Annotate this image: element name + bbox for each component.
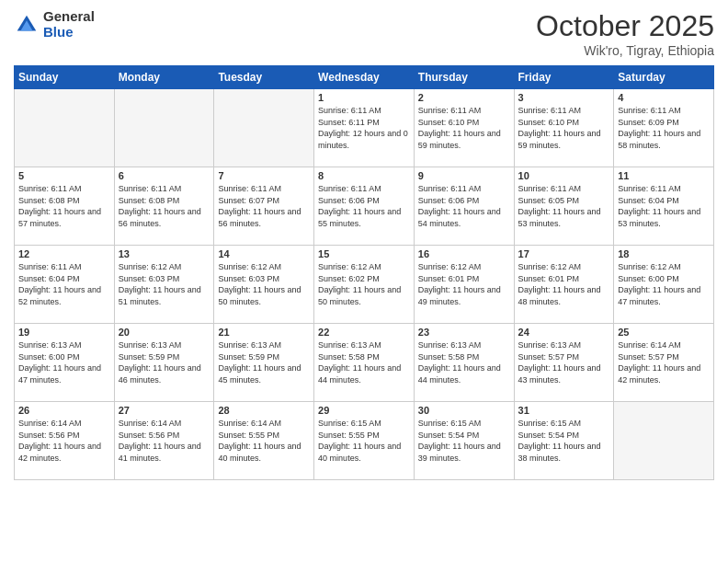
calendar-cell: 12Sunrise: 6:11 AM Sunset: 6:04 PM Dayli… bbox=[15, 246, 115, 324]
day-info: Sunrise: 6:11 AM Sunset: 6:06 PM Dayligh… bbox=[318, 183, 410, 229]
day-info: Sunrise: 6:11 AM Sunset: 6:04 PM Dayligh… bbox=[18, 261, 110, 307]
week-row-3: 19Sunrise: 6:13 AM Sunset: 6:00 PM Dayli… bbox=[15, 324, 714, 402]
calendar-cell: 23Sunrise: 6:13 AM Sunset: 5:58 PM Dayli… bbox=[414, 324, 514, 402]
calendar-cell bbox=[614, 402, 714, 480]
day-number: 15 bbox=[318, 248, 410, 259]
weekday-header-monday: Monday bbox=[114, 66, 214, 89]
day-info: Sunrise: 6:11 AM Sunset: 6:10 PM Dayligh… bbox=[518, 105, 610, 151]
logo: General Blue bbox=[14, 9, 95, 40]
week-row-0: 1Sunrise: 6:11 AM Sunset: 6:11 PM Daylig… bbox=[15, 89, 714, 167]
day-number: 12 bbox=[18, 248, 110, 259]
day-info: Sunrise: 6:15 AM Sunset: 5:55 PM Dayligh… bbox=[318, 418, 410, 464]
weekday-header-saturday: Saturday bbox=[614, 66, 714, 89]
calendar-cell: 27Sunrise: 6:14 AM Sunset: 5:56 PM Dayli… bbox=[114, 402, 214, 480]
calendar-cell: 21Sunrise: 6:13 AM Sunset: 5:59 PM Dayli… bbox=[214, 324, 314, 402]
logo-blue: Blue bbox=[43, 25, 95, 40]
calendar-cell: 1Sunrise: 6:11 AM Sunset: 6:11 PM Daylig… bbox=[314, 89, 415, 167]
calendar-cell: 31Sunrise: 6:15 AM Sunset: 5:54 PM Dayli… bbox=[514, 402, 614, 480]
calendar-cell: 20Sunrise: 6:13 AM Sunset: 5:59 PM Dayli… bbox=[114, 324, 214, 402]
day-number: 8 bbox=[318, 170, 410, 181]
day-info: Sunrise: 6:14 AM Sunset: 5:56 PM Dayligh… bbox=[119, 418, 210, 464]
day-number: 25 bbox=[618, 327, 710, 338]
day-number: 28 bbox=[218, 405, 310, 416]
day-info: Sunrise: 6:11 AM Sunset: 6:11 PM Dayligh… bbox=[318, 105, 410, 151]
day-number: 17 bbox=[518, 248, 610, 259]
calendar-cell bbox=[214, 89, 314, 167]
day-number: 16 bbox=[418, 248, 510, 259]
day-info: Sunrise: 6:11 AM Sunset: 6:10 PM Dayligh… bbox=[418, 105, 510, 151]
day-number: 6 bbox=[119, 170, 210, 181]
day-info: Sunrise: 6:13 AM Sunset: 5:58 PM Dayligh… bbox=[318, 339, 410, 385]
day-info: Sunrise: 6:11 AM Sunset: 6:07 PM Dayligh… bbox=[218, 183, 310, 229]
day-info: Sunrise: 6:12 AM Sunset: 6:03 PM Dayligh… bbox=[218, 261, 310, 307]
day-number: 11 bbox=[618, 170, 710, 181]
calendar-cell: 25Sunrise: 6:14 AM Sunset: 5:57 PM Dayli… bbox=[614, 324, 714, 402]
day-number: 19 bbox=[18, 327, 110, 338]
calendar-cell: 18Sunrise: 6:12 AM Sunset: 6:00 PM Dayli… bbox=[614, 246, 714, 324]
calendar-cell: 7Sunrise: 6:11 AM Sunset: 6:07 PM Daylig… bbox=[214, 167, 314, 246]
day-number: 2 bbox=[418, 92, 510, 103]
day-info: Sunrise: 6:11 AM Sunset: 6:06 PM Dayligh… bbox=[418, 183, 510, 229]
weekday-header-wednesday: Wednesday bbox=[314, 66, 415, 89]
day-number: 20 bbox=[119, 327, 210, 338]
day-info: Sunrise: 6:14 AM Sunset: 5:55 PM Dayligh… bbox=[218, 418, 310, 464]
day-info: Sunrise: 6:13 AM Sunset: 6:00 PM Dayligh… bbox=[18, 339, 110, 385]
day-number: 24 bbox=[518, 327, 610, 338]
calendar-cell: 14Sunrise: 6:12 AM Sunset: 6:03 PM Dayli… bbox=[214, 246, 314, 324]
day-number: 27 bbox=[119, 405, 210, 416]
day-number: 7 bbox=[218, 170, 310, 181]
day-info: Sunrise: 6:15 AM Sunset: 5:54 PM Dayligh… bbox=[418, 418, 510, 464]
calendar-cell: 13Sunrise: 6:12 AM Sunset: 6:03 PM Dayli… bbox=[114, 246, 214, 324]
day-number: 18 bbox=[618, 248, 710, 259]
day-info: Sunrise: 6:13 AM Sunset: 5:59 PM Dayligh… bbox=[119, 339, 210, 385]
day-number: 22 bbox=[318, 327, 410, 338]
day-info: Sunrise: 6:14 AM Sunset: 5:56 PM Dayligh… bbox=[18, 418, 110, 464]
calendar-cell: 19Sunrise: 6:13 AM Sunset: 6:00 PM Dayli… bbox=[15, 324, 115, 402]
title-block: October 2025 Wik'ro, Tigray, Ethiopia bbox=[536, 9, 714, 58]
calendar-cell: 6Sunrise: 6:11 AM Sunset: 6:08 PM Daylig… bbox=[114, 167, 214, 246]
day-number: 10 bbox=[518, 170, 610, 181]
calendar-table: SundayMondayTuesdayWednesdayThursdayFrid… bbox=[14, 65, 714, 480]
day-number: 21 bbox=[218, 327, 310, 338]
calendar-cell: 26Sunrise: 6:14 AM Sunset: 5:56 PM Dayli… bbox=[15, 402, 115, 480]
day-number: 1 bbox=[318, 92, 410, 103]
calendar-title: October 2025 bbox=[536, 9, 714, 43]
calendar-subtitle: Wik'ro, Tigray, Ethiopia bbox=[536, 43, 714, 58]
day-number: 26 bbox=[18, 405, 110, 416]
day-number: 29 bbox=[318, 405, 410, 416]
header: General Blue October 2025 Wik'ro, Tigray… bbox=[14, 9, 714, 58]
calendar-cell: 16Sunrise: 6:12 AM Sunset: 6:01 PM Dayli… bbox=[414, 246, 514, 324]
calendar-cell: 3Sunrise: 6:11 AM Sunset: 6:10 PM Daylig… bbox=[514, 89, 614, 167]
calendar-cell: 9Sunrise: 6:11 AM Sunset: 6:06 PM Daylig… bbox=[414, 167, 514, 246]
day-number: 14 bbox=[218, 248, 310, 259]
day-info: Sunrise: 6:13 AM Sunset: 5:57 PM Dayligh… bbox=[518, 339, 610, 385]
calendar-cell bbox=[15, 89, 115, 167]
calendar-cell: 11Sunrise: 6:11 AM Sunset: 6:04 PM Dayli… bbox=[614, 167, 714, 246]
day-info: Sunrise: 6:11 AM Sunset: 6:09 PM Dayligh… bbox=[618, 105, 710, 151]
day-info: Sunrise: 6:12 AM Sunset: 6:01 PM Dayligh… bbox=[418, 261, 510, 307]
day-info: Sunrise: 6:14 AM Sunset: 5:57 PM Dayligh… bbox=[618, 339, 710, 385]
logo-icon bbox=[14, 12, 40, 38]
day-number: 3 bbox=[518, 92, 610, 103]
day-info: Sunrise: 6:12 AM Sunset: 6:00 PM Dayligh… bbox=[618, 261, 710, 307]
weekday-header-friday: Friday bbox=[514, 66, 614, 89]
calendar-cell: 17Sunrise: 6:12 AM Sunset: 6:01 PM Dayli… bbox=[514, 246, 614, 324]
day-info: Sunrise: 6:13 AM Sunset: 5:59 PM Dayligh… bbox=[218, 339, 310, 385]
day-info: Sunrise: 6:11 AM Sunset: 6:04 PM Dayligh… bbox=[618, 183, 710, 229]
calendar-cell: 8Sunrise: 6:11 AM Sunset: 6:06 PM Daylig… bbox=[314, 167, 415, 246]
day-info: Sunrise: 6:11 AM Sunset: 6:05 PM Dayligh… bbox=[518, 183, 610, 229]
calendar-cell: 15Sunrise: 6:12 AM Sunset: 6:02 PM Dayli… bbox=[314, 246, 415, 324]
calendar-cell bbox=[114, 89, 214, 167]
week-row-4: 26Sunrise: 6:14 AM Sunset: 5:56 PM Dayli… bbox=[15, 402, 714, 480]
week-row-1: 5Sunrise: 6:11 AM Sunset: 6:08 PM Daylig… bbox=[15, 167, 714, 246]
day-info: Sunrise: 6:11 AM Sunset: 6:08 PM Dayligh… bbox=[119, 183, 210, 229]
logo-general: General bbox=[43, 9, 95, 25]
day-info: Sunrise: 6:12 AM Sunset: 6:02 PM Dayligh… bbox=[318, 261, 410, 307]
day-number: 4 bbox=[618, 92, 710, 103]
calendar-cell: 4Sunrise: 6:11 AM Sunset: 6:09 PM Daylig… bbox=[614, 89, 714, 167]
day-info: Sunrise: 6:12 AM Sunset: 6:01 PM Dayligh… bbox=[518, 261, 610, 307]
day-number: 9 bbox=[418, 170, 510, 181]
calendar-cell: 24Sunrise: 6:13 AM Sunset: 5:57 PM Dayli… bbox=[514, 324, 614, 402]
weekday-header-row: SundayMondayTuesdayWednesdayThursdayFrid… bbox=[15, 66, 714, 89]
day-info: Sunrise: 6:15 AM Sunset: 5:54 PM Dayligh… bbox=[518, 418, 610, 464]
